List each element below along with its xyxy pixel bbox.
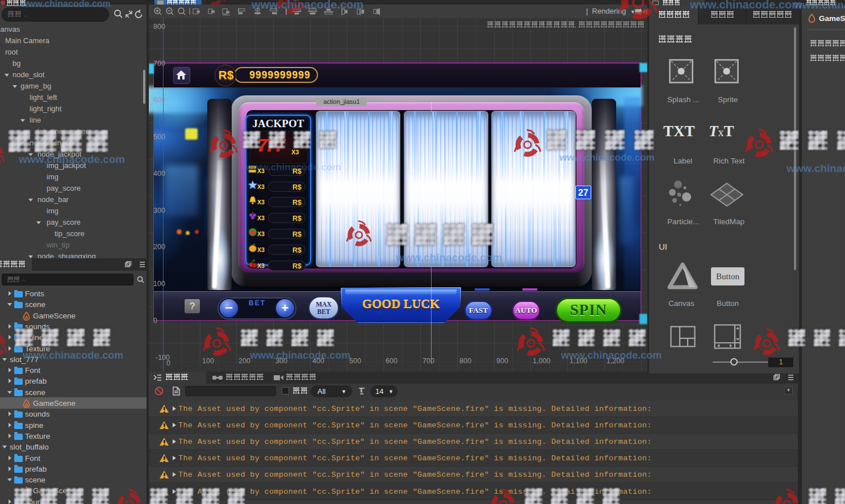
svg-text:BAR: BAR bbox=[250, 166, 256, 169]
